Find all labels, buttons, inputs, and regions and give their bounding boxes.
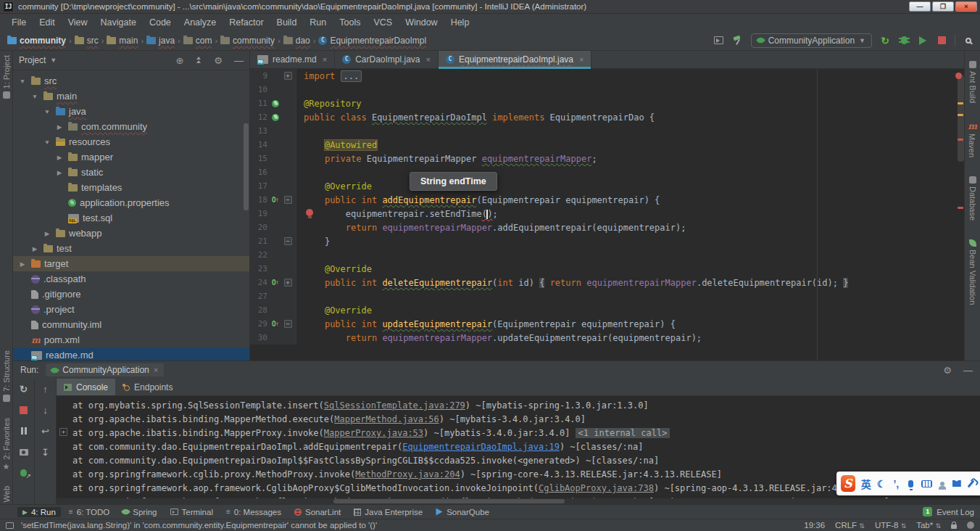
toolwindow-button-maven[interactable]: mMaven [968, 122, 977, 157]
wrench-icon[interactable] [967, 477, 976, 490]
tree-expand-arrow[interactable]: ▶ [17, 260, 28, 268]
tree-item-webapp[interactable]: ▶webapp [13, 226, 249, 241]
fold-collapse-icon[interactable]: − [284, 320, 292, 328]
breadcrumb-item[interactable]: java [145, 36, 176, 46]
code-line[interactable]: 27 [250, 289, 964, 303]
code-line[interactable]: 16 [250, 165, 964, 179]
close-button[interactable]: × [955, 1, 977, 12]
sogou-logo-icon[interactable]: S [841, 475, 855, 492]
menu-edit[interactable]: Edit [33, 16, 61, 29]
menu-file[interactable]: File [6, 16, 32, 29]
encoding-select[interactable]: UTF-8 ⇅ [875, 521, 906, 530]
toolwindow-button-6-todo[interactable]: ≡6: TODO [64, 507, 115, 517]
tree-collapse-arrow[interactable]: ▼ [30, 93, 40, 100]
up-stack-trace-icon[interactable]: ↑ [40, 383, 51, 395]
menu-vcs[interactable]: VCS [368, 16, 398, 29]
editor-scrollbar[interactable] [958, 75, 964, 162]
soft-wrap-icon[interactable]: ↩ [40, 425, 51, 437]
toolwindow-preview-icon[interactable] [713, 35, 725, 46]
skin-icon[interactable] [952, 477, 961, 490]
locate-file-icon[interactable]: ⊕ [175, 55, 183, 66]
restart-debug-icon[interactable] [18, 467, 30, 479]
stop-icon[interactable] [936, 35, 947, 46]
breadcrumb-item[interactable]: CEquipmentrepairDaoImpl [317, 36, 428, 46]
indent-select[interactable]: Tab* ⇅ [916, 521, 941, 530]
error-stripe-mark[interactable] [958, 139, 963, 141]
code-line[interactable]: 22 [250, 248, 964, 262]
gear-icon[interactable]: ⚙ [943, 365, 952, 376]
highlighting-level-icon[interactable] [967, 522, 974, 529]
code-line[interactable]: 21− } [250, 234, 964, 248]
code-line[interactable]: 18O↑− public int addEquipmentrepair(Equi… [250, 193, 964, 207]
run-tab-endpoints[interactable]: Endpoints [115, 379, 180, 395]
run-config-tab[interactable]: CommunityApplication × [46, 363, 164, 376]
tree-item-templates[interactable]: templates [13, 180, 249, 195]
internal-calls-badge[interactable]: <1 internal call> [576, 428, 670, 438]
errors-found-indicator[interactable] [955, 73, 962, 79]
minimize-button[interactable]: — [909, 1, 931, 12]
event-log-button[interactable]: 1 Event Log [923, 507, 974, 516]
ime-language-mode[interactable]: 英 [861, 477, 871, 490]
tree-item-java[interactable]: ▼java [13, 104, 249, 119]
tree-item-application-properties[interactable]: application.properties [13, 195, 249, 210]
build-hammer-icon[interactable] [732, 35, 744, 46]
toolwindow-button-4-run[interactable]: ▶4: Run [17, 507, 61, 517]
stack-trace-link[interactable]: MapperMethod.java:56 [334, 414, 439, 424]
menu-build[interactable]: Build [271, 16, 303, 29]
tree-item-com-community[interactable]: ▶com.community [13, 119, 249, 134]
warning-stripe-mark[interactable] [958, 114, 963, 116]
toolwindow-button-sonarlint[interactable]: SonarLint [289, 507, 346, 517]
close-icon[interactable]: × [154, 366, 158, 374]
menu-navigate[interactable]: Navigate [95, 16, 142, 29]
toolwindow-button-0-messages[interactable]: ≡0: Messages [221, 507, 286, 517]
code-line[interactable]: 24O↑+ public int deleteEquipmentrepair(i… [250, 276, 964, 289]
menu-code[interactable]: Code [144, 16, 177, 29]
stack-trace-link[interactable]: CglibAopProxy.java:738 [539, 483, 654, 493]
code-line[interactable]: 13 [250, 124, 964, 138]
collapse-all-icon[interactable] [195, 55, 202, 66]
code-line[interactable]: 19 equipmentrepair.setEndTime(); [250, 207, 964, 221]
menu-window[interactable]: Window [399, 16, 443, 29]
menu-run[interactable]: Run [304, 16, 332, 29]
stack-trace-link[interactable]: SqlSessionTemplate.java:279 [324, 400, 465, 411]
tree-item-target[interactable]: ▶target [13, 256, 249, 271]
code-line[interactable]: 14 @Autowired [250, 138, 964, 152]
hide-panel-icon[interactable]: — [234, 55, 244, 66]
close-icon[interactable]: × [323, 55, 327, 64]
tree-collapse-arrow[interactable]: ▼ [17, 78, 28, 85]
close-icon[interactable]: × [426, 55, 431, 64]
editor-tab-cardaoimpl-java[interactable]: CCarDaoImpl.java× [335, 51, 439, 68]
stop-icon[interactable] [18, 404, 30, 416]
run-configuration-select[interactable]: CommunityApplication ▼ [751, 33, 872, 48]
down-stack-trace-icon[interactable]: ↓ [40, 404, 51, 416]
menu-tools[interactable]: Tools [333, 16, 366, 29]
toolwindow-button-bean-validation[interactable]: Bean Validation [968, 239, 977, 305]
hide-panel-icon[interactable]: — [963, 365, 973, 376]
code-line[interactable]: 12public class EquipmentrepairDaoImpl im… [250, 110, 964, 124]
fold-expand-icon[interactable]: + [284, 279, 292, 287]
fold-expand-icon[interactable]: + [284, 72, 292, 80]
tree-item-mapper[interactable]: ▶mapper [13, 149, 249, 165]
microphone-icon[interactable] [906, 477, 915, 490]
code-line[interactable]: 11@Repository [250, 96, 964, 110]
console-horizontal-scrollbar[interactable] [57, 498, 980, 504]
scroll-to-end-icon[interactable]: ↧ [40, 446, 51, 458]
line-separator-select[interactable]: CRLF ⇅ [835, 521, 865, 530]
breadcrumb-item[interactable]: community [6, 36, 67, 46]
tree-item--gitignore[interactable]: .gitignore [13, 287, 249, 302]
tree-item--classpath[interactable]: .classpath [13, 271, 249, 287]
debug-icon[interactable] [898, 35, 910, 46]
code-line[interactable]: 29O↑− public int updateEquipmentrepair(E… [250, 317, 964, 331]
stack-trace-link[interactable]: MapperProxy.java:53 [324, 428, 423, 438]
rerun-icon[interactable]: ↻ [18, 383, 30, 395]
breadcrumb-item[interactable]: com [182, 36, 214, 46]
toolwindow-button-spring[interactable]: Spring [117, 507, 162, 517]
tree-item-main[interactable]: ▼main [13, 88, 249, 104]
code-line[interactable]: 20 return equipmentrepairMapper.addEquip… [250, 221, 964, 234]
thread-dump-icon[interactable] [18, 446, 30, 458]
toolwindow-button-project[interactable]: 1: Project [2, 55, 11, 99]
spring-bean-icon[interactable] [272, 100, 279, 107]
toolwindow-button-2-favorites[interactable]: 2: Favorites★ [2, 418, 11, 469]
console-fold-icon[interactable]: + [59, 428, 67, 436]
project-panel-title[interactable]: Project ▼ [19, 55, 165, 65]
